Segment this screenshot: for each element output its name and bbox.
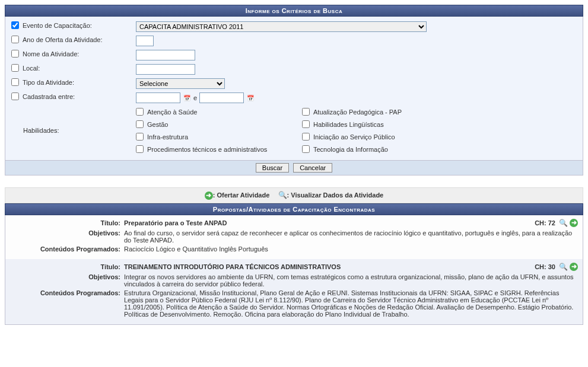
ch-block: CH: 30 [535, 263, 559, 270]
habilidade-checkbox[interactable] [302, 108, 310, 116]
evento-label: Evento de Capacitação: [23, 22, 92, 29]
row-local: Local: [11, 64, 577, 75]
legend-bar: ➜: Ofertar Atividade 🔍: Visualizar Dados… [5, 187, 583, 203]
ch-block: CH: 72 [535, 219, 559, 226]
nome-label: Nome da Atividade: [23, 50, 79, 58]
habilidade-item[interactable]: Habilidades Lingüísticas [302, 120, 456, 128]
results-list: Título: Preparatório para o Teste ANPAD … [5, 215, 583, 325]
cadastrada-label: Cadastrada entre: [23, 93, 75, 100]
result-objetivos: Ao final do curso, o servidor será capaz… [124, 229, 578, 244]
view-activity-icon[interactable]: 🔍 [559, 263, 567, 271]
nome-input[interactable] [136, 50, 195, 60]
tipo-checkbox[interactable] [11, 78, 19, 86]
title-label: Título: [10, 263, 124, 270]
cadastrada-from-input[interactable] [136, 92, 180, 103]
result-title: TREINAMENTO INTRODUTÓRIO PARA TÉCNICOS A… [124, 263, 535, 270]
local-checkbox[interactable] [11, 64, 19, 72]
evento-select[interactable]: CAPACITA ADMINISTRATIVO 2011 [136, 21, 427, 32]
objetivos-label: Objetivos: [10, 273, 124, 288]
result-item: Título: Preparatório para o Teste ANPAD … [5, 215, 583, 259]
row-habilidades: Habilidades: Atenção à Saúde Atualização… [11, 107, 577, 154]
search-button[interactable]: Buscar [256, 163, 289, 173]
conteudos-label: Conteúdos Programados: [10, 289, 124, 318]
calendar-icon[interactable]: 📅 [183, 94, 191, 102]
cadastrada-sep: e [193, 94, 197, 101]
result-item: Título: TREINAMENTO INTRODUTÓRIO PARA TÉ… [5, 259, 583, 324]
habilidade-checkbox[interactable] [136, 145, 144, 153]
offer-icon: ➜ [205, 192, 213, 200]
local-label: Local: [23, 65, 40, 72]
search-form: Evento de Capacitação: CAPACITA ADMINIST… [5, 17, 583, 175]
habilidade-item[interactable]: Tecnologia da Informação [302, 145, 456, 153]
habilidades-label: Habilidades: [23, 127, 59, 134]
habilidade-checkbox[interactable] [302, 145, 310, 153]
row-nome: Nome da Atividade: [11, 50, 577, 60]
habilidade-item[interactable]: Infra-estrutura [136, 133, 290, 141]
tipo-label: Tipo da Atividade: [23, 79, 74, 86]
habilidade-item[interactable]: Iniciação ao Serviço Público [302, 133, 456, 141]
nome-checkbox[interactable] [11, 50, 19, 58]
ano-checkbox[interactable] [11, 36, 19, 43]
title-label: Título: [10, 219, 124, 226]
habilidade-checkbox[interactable] [136, 108, 144, 116]
result-ch: 30 [548, 263, 555, 270]
view-icon: 🔍 [279, 191, 287, 199]
habilidade-checkbox[interactable] [302, 133, 310, 141]
results-header: Propostas/Atividades de Capacitação Enco… [5, 203, 583, 215]
habilidade-item[interactable]: Procedimentos técnicos e administrativos [136, 145, 290, 153]
row-evento: Evento de Capacitação: CAPACITA ADMINIST… [11, 21, 577, 32]
habilidade-checkbox[interactable] [136, 133, 144, 141]
habilidade-checkbox[interactable] [302, 120, 310, 128]
row-cadastrada: Cadastrada entre: 📅 e 📅 [11, 92, 577, 103]
row-ano: Ano de Oferta da Atividade: [11, 36, 577, 46]
local-input[interactable] [136, 64, 195, 75]
ano-label: Ano de Oferta da Atividade: [23, 36, 103, 43]
search-header: Informe os Critérios de Busca [5, 5, 583, 17]
cadastrada-to-input[interactable] [199, 92, 244, 103]
habilidade-item[interactable]: Atualização Pedagógica - PAP [302, 108, 456, 116]
result-conteudos: Estrutura Organizacional, Missão Institu… [124, 289, 578, 318]
result-title: Preparatório para o Teste ANPAD [124, 219, 535, 226]
cadastrada-checkbox[interactable] [11, 92, 19, 100]
offer-activity-icon[interactable]: ➜ [570, 263, 578, 271]
evento-checkbox[interactable] [11, 21, 19, 29]
calendar-icon[interactable]: 📅 [246, 94, 255, 102]
button-bar: Buscar Cancelar [5, 160, 583, 175]
habilidade-item[interactable]: Gestão [136, 120, 290, 128]
conteudos-label: Conteúdos Programados: [10, 245, 124, 253]
habilidade-item[interactable]: Atenção à Saúde [136, 108, 290, 116]
cancel-button[interactable]: Cancelar [293, 163, 332, 173]
habilidades-grid: Atenção à Saúde Atualização Pedagógica -… [136, 107, 456, 154]
objetivos-label: Objetivos: [10, 229, 124, 244]
offer-activity-icon[interactable]: ➜ [570, 219, 578, 227]
result-conteudos: Raciocício Lógico e Quantitativo Inglês … [124, 245, 578, 253]
result-ch: 72 [548, 219, 555, 226]
row-tipo: Tipo da Atividade: Selecione [11, 78, 577, 89]
result-objetivos: Integrar os novos servidores ao ambiente… [124, 273, 578, 288]
view-activity-icon[interactable]: 🔍 [559, 219, 567, 227]
tipo-select[interactable]: Selecione [136, 78, 225, 89]
habilidade-checkbox[interactable] [136, 120, 144, 128]
ano-input[interactable] [136, 36, 154, 46]
